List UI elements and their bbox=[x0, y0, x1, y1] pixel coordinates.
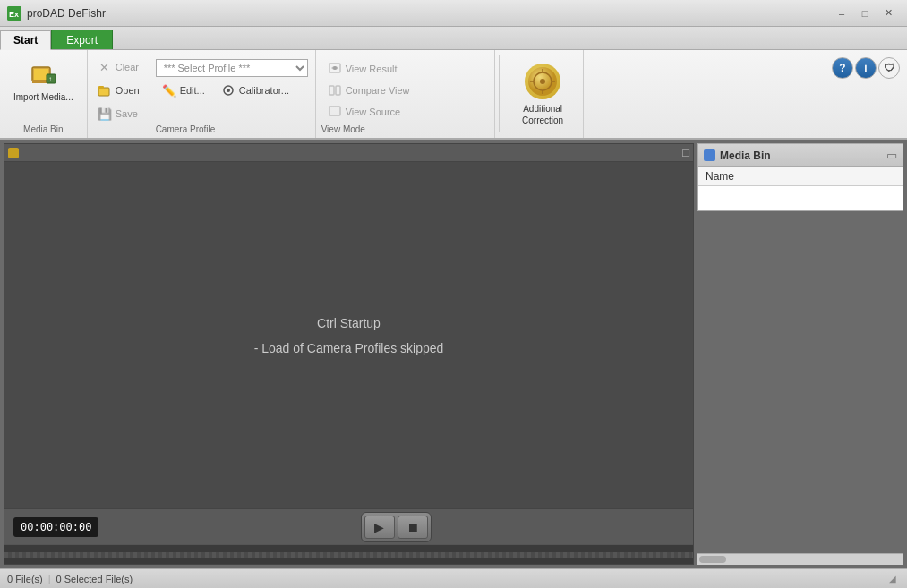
media-bin-panel-title: Media Bin bbox=[720, 149, 771, 162]
ribbon-group-additional-correction: AdditionalCorrection bbox=[503, 50, 584, 138]
ribbon-group-media-bin: ↑ Import Media... Media Bin bbox=[0, 50, 88, 138]
close-button[interactable]: ✕ bbox=[877, 3, 900, 24]
maximize-button[interactable]: □ bbox=[853, 3, 877, 24]
import-media-button[interactable]: ↑ Import Media... bbox=[5, 57, 81, 107]
edit-button[interactable]: ✏️ Edit... bbox=[156, 81, 211, 100]
svg-rect-15 bbox=[329, 107, 340, 115]
media-bin-header: Media Bin ▭ bbox=[697, 143, 903, 166]
media-bin-table: Name bbox=[697, 166, 903, 211]
open-icon bbox=[98, 83, 112, 98]
compare-view-label: Compare View bbox=[346, 85, 410, 96]
ribbon-toolbar: ↑ Import Media... Media Bin ✕ Clear Open… bbox=[0, 50, 907, 140]
edit-label: Edit... bbox=[180, 85, 205, 96]
import-media-label: Import Media... bbox=[13, 92, 73, 102]
additional-correction-group-label bbox=[542, 124, 544, 134]
stop-button[interactable]: ⏹ bbox=[398, 516, 428, 539]
selected-files-count: 0 Selected File(s) bbox=[56, 574, 133, 584]
calibrator-button[interactable]: Calibrator... bbox=[215, 81, 295, 100]
ribbon-group-help: ? i 🛡 bbox=[825, 50, 907, 138]
svg-text:Ex: Ex bbox=[9, 10, 19, 19]
title-bar: Ex proDAD DeFishr – □ ✕ bbox=[0, 0, 907, 27]
startup-line1: Ctrl Startup bbox=[317, 311, 381, 336]
app-icon: Ex bbox=[7, 6, 21, 21]
media-bin-panel-icon bbox=[704, 149, 715, 161]
compare-view-button[interactable]: Compare View bbox=[321, 81, 489, 100]
media-bin-restore-button[interactable]: ▭ bbox=[886, 149, 897, 162]
clear-button[interactable]: ✕ Clear bbox=[91, 57, 146, 77]
view-result-label: View Result bbox=[346, 64, 398, 74]
media-bin-panel: Media Bin ▭ Name bbox=[697, 143, 903, 565]
transport-btn-group: ▶ ⏹ bbox=[361, 512, 432, 542]
svg-rect-8 bbox=[98, 86, 104, 89]
additional-correction-button[interactable]: AdditionalCorrection bbox=[510, 55, 575, 134]
compare-view-icon bbox=[328, 83, 342, 98]
camera-profile-group-label: Camera Profile bbox=[156, 124, 216, 134]
additional-correction-icon bbox=[525, 64, 560, 99]
view-mode-buttons: View Result Compare View View Source bbox=[321, 59, 489, 122]
resize-handle[interactable]: ◢ bbox=[889, 574, 900, 584]
window-controls: – □ ✕ bbox=[830, 3, 900, 24]
svg-rect-13 bbox=[329, 86, 334, 95]
timecode-display: 00:00:00:00 bbox=[13, 517, 98, 537]
media-bin-group-content: ↑ Import Media... bbox=[5, 54, 81, 134]
view-result-button[interactable]: View Result bbox=[321, 59, 489, 79]
ribbon-group-view-mode: View Result Compare View View Source bbox=[316, 50, 495, 138]
help-question-button[interactable]: ? bbox=[832, 57, 853, 79]
media-bin-group-label: Media Bin bbox=[23, 124, 63, 134]
title-left: Ex proDAD DeFishr bbox=[7, 6, 106, 21]
tab-start[interactable]: Start bbox=[0, 30, 51, 50]
calibrator-icon bbox=[221, 83, 235, 98]
timeline[interactable] bbox=[4, 544, 693, 564]
transport-controls: ▶ ⏹ bbox=[361, 512, 432, 542]
svg-point-10 bbox=[227, 89, 230, 92]
svg-text:↑: ↑ bbox=[48, 75, 52, 83]
startup-line2: - Load of Camera Profiles skipped bbox=[254, 336, 444, 361]
clear-label: Clear bbox=[116, 62, 139, 72]
preview-header-icon bbox=[8, 148, 19, 158]
view-mode-group-label: View Mode bbox=[321, 124, 365, 134]
ribbon-tabs: Start Export bbox=[0, 27, 907, 50]
view-result-icon bbox=[328, 62, 342, 76]
files-count: 0 File(s) bbox=[7, 574, 43, 584]
ribbon-separator bbox=[499, 55, 500, 132]
status-bar: 0 File(s) | 0 Selected File(s) ◢ bbox=[0, 568, 907, 588]
open-button[interactable]: Open bbox=[91, 81, 146, 100]
view-source-icon bbox=[328, 105, 342, 119]
preview-canvas: Ctrl Startup - Load of Camera Profiles s… bbox=[4, 162, 693, 508]
main-content: □ Ctrl Startup - Load of Camera Profiles… bbox=[0, 140, 907, 568]
status-separator: | bbox=[48, 574, 51, 584]
calibrator-label: Calibrator... bbox=[239, 85, 289, 96]
profile-select[interactable]: *** Select Profile *** bbox=[156, 59, 308, 77]
preview-maximize-button[interactable]: □ bbox=[682, 146, 689, 159]
app-title: proDAD DeFishr bbox=[27, 7, 106, 20]
svg-point-18 bbox=[540, 79, 545, 84]
open-label: Open bbox=[116, 85, 140, 96]
save-icon: 💾 bbox=[98, 107, 112, 121]
additional-correction-label: AdditionalCorrection bbox=[522, 103, 563, 126]
camera-btn-row: ✏️ Edit... Calibrator... bbox=[156, 81, 295, 100]
media-bin-column-header: Name bbox=[698, 167, 903, 186]
clear-icon: ✕ bbox=[98, 60, 112, 74]
preview-header: □ bbox=[4, 144, 693, 162]
tab-export[interactable]: Export bbox=[51, 30, 113, 49]
timeline-track bbox=[4, 552, 693, 558]
profile-select-wrapper: *** Select Profile *** bbox=[156, 59, 308, 77]
save-button[interactable]: 💾 Save bbox=[91, 104, 146, 124]
svg-rect-14 bbox=[336, 86, 340, 95]
media-bin-content bbox=[697, 211, 903, 553]
view-source-label: View Source bbox=[346, 107, 401, 117]
ribbon-group-camera-profile: *** Select Profile *** ✏️ Edit... Calibr… bbox=[150, 50, 316, 138]
file-ops-group-label bbox=[117, 124, 120, 134]
svg-point-12 bbox=[333, 66, 337, 70]
import-media-icon: ↑ bbox=[29, 62, 57, 90]
edit-icon: ✏️ bbox=[162, 83, 176, 98]
play-button[interactable]: ▶ bbox=[364, 516, 395, 539]
help-info-button[interactable]: i bbox=[855, 57, 877, 79]
minimize-button[interactable]: – bbox=[830, 3, 853, 24]
ribbon-group-file-ops: ✕ Clear Open 💾 Save bbox=[88, 50, 150, 138]
help-shield-button[interactable]: 🛡 bbox=[878, 57, 900, 79]
view-source-button[interactable]: View Source bbox=[321, 102, 489, 122]
scrollbar-thumb bbox=[699, 556, 726, 563]
media-bin-scrollbar[interactable] bbox=[697, 553, 903, 565]
save-label: Save bbox=[116, 108, 138, 119]
